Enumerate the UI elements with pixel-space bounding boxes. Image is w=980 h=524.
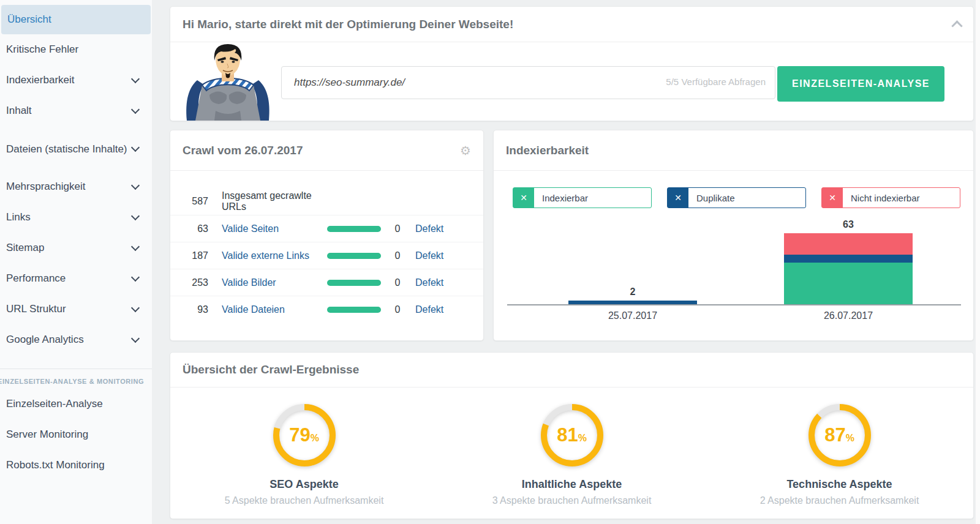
sidebar-item-links[interactable]: Links (0, 202, 152, 233)
sidebar-item-label: Robots.txt Monitoring (6, 459, 105, 471)
valide-dateien-link[interactable]: Valide Dateien (222, 304, 327, 315)
sidebar-item-label: Dateien (statische Inhalte) (6, 142, 127, 156)
crawl-results-card-title: Übersicht der Crawl-Ergebnisse (183, 363, 359, 376)
sidebar-item-robots-monitoring[interactable]: Robots.txt Monitoring (0, 450, 152, 481)
sidebar-item-label: Einzelseiten-Analyse (6, 398, 103, 410)
sidebar-item-uebersicht[interactable]: Übersicht (1, 5, 151, 34)
chevron-down-icon (131, 143, 140, 152)
bar-total-label: 63 (843, 219, 854, 230)
row-count: 93 (181, 304, 208, 315)
progress-bar (327, 280, 381, 286)
gauge-note: 5 Aspekte brauchen Aufmerksamkeit (225, 495, 384, 506)
progress-bar (327, 307, 381, 313)
gauge-percent: 87 (824, 424, 845, 446)
row-count: 253 (181, 277, 208, 288)
stacked-bar-chart: 2 63 25.07.2017 26.07.2017 (507, 209, 961, 305)
chevron-down-icon (131, 242, 140, 251)
sidebar-item-kritische-fehler[interactable]: Kritische Fehler (0, 34, 152, 65)
chevron-down-icon (131, 105, 140, 114)
defekt-link[interactable]: Defekt (415, 277, 443, 288)
x-axis-label: 26.07.2017 (784, 310, 913, 321)
sidebar-item-indexierbarkeit[interactable]: Indexierbarkeit (0, 65, 152, 95)
gauge-title: SEO Aspekte (270, 478, 338, 491)
sidebar-item-server-monitoring[interactable]: Server Monitoring (0, 419, 152, 450)
indexierbarkeit-card-title: Indexierbarkeit (506, 144, 589, 157)
sidebar-item-inhalt[interactable]: Inhalt (0, 95, 152, 126)
crawl-total-count: 587 (181, 196, 208, 207)
legend-label: Nicht indexierbar (843, 193, 920, 203)
greeting-card: Hi Mario, starte direkt mit der Optimier… (170, 6, 974, 121)
valide-externe-links-link[interactable]: Valide externe Links (222, 250, 327, 261)
superhero-mascot-image (179, 42, 277, 121)
bar-25-07: 2 (568, 286, 697, 304)
gauge-percent: 79 (289, 424, 310, 446)
bar-segment-indexierbar (784, 263, 913, 304)
table-row: 253 Valide Bilder 0 Defekt (170, 269, 483, 296)
sidebar-item-dateien[interactable]: Dateien (statische Inhalte) (0, 126, 152, 171)
percent-sign: % (578, 433, 587, 444)
gear-icon[interactable]: ⚙ (460, 144, 471, 157)
sidebar-item-label: Indexierbarkeit (6, 74, 75, 86)
technische-aspekte-gauge: 87 % Technische Aspekte 2 Aspekte brauch… (706, 401, 973, 506)
chevron-down-icon (131, 273, 140, 282)
legend-filter-indexierbar[interactable]: ✕ Indexierbar (513, 187, 652, 208)
crawl-results-card-header: Übersicht der Crawl-Ergebnisse (170, 353, 973, 387)
greeting-title: Hi Mario, starte direkt mit der Optimier… (183, 18, 513, 31)
sidebar-item-performance[interactable]: Performance (0, 263, 152, 294)
scrollbar[interactable] (976, 0, 980, 524)
x-axis-label: 25.07.2017 (568, 310, 697, 321)
chevron-down-icon (131, 304, 140, 312)
indexierbarkeit-card-header: Indexierbarkeit (494, 130, 973, 171)
chevron-down-icon (131, 181, 140, 190)
defekt-link[interactable]: Defekt (415, 304, 443, 315)
defect-count: 0 (388, 304, 407, 315)
defect-count: 0 (388, 250, 407, 261)
gauge-note: 3 Aspekte brauchen Aufmerksamkeit (492, 495, 652, 506)
x-icon: ✕ (513, 188, 534, 208)
sidebar-item-url-struktur[interactable]: URL Struktur (0, 294, 152, 324)
sidebar-item-label: Google Analytics (6, 334, 84, 346)
sidebar-item-label: Inhalt (6, 105, 32, 117)
inhaltliche-aspekte-gauge: 81 % Inhaltliche Aspekte 3 Aspekte brauc… (438, 401, 706, 506)
crawl-card: Crawl vom 26.07.2017 ⚙ 587 Insgesamt gec… (170, 130, 484, 341)
einzelseiten-analyse-button[interactable]: EINZELSEITEN-ANALYSE (777, 66, 944, 102)
crawl-card-header: Crawl vom 26.07.2017 ⚙ (170, 130, 483, 171)
sidebar-item-label: Kritische Fehler (6, 43, 78, 56)
legend-label: Duplikate (688, 193, 735, 203)
valide-bilder-link[interactable]: Valide Bilder (222, 277, 327, 288)
sidebar-item-label: Links (6, 211, 31, 223)
sidebar-item-einzelseiten-analyse[interactable]: Einzelseiten-Analyse (0, 389, 152, 419)
table-row: 63 Valide Seiten 0 Defekt (170, 215, 483, 242)
legend-label: Indexierbar (534, 193, 588, 203)
valide-seiten-link[interactable]: Valide Seiten (222, 223, 327, 234)
seo-aspekte-gauge: 79 % SEO Aspekte 5 Aspekte brauchen Aufm… (170, 401, 438, 506)
chevron-down-icon (131, 75, 140, 83)
sidebar-item-mehrsprachigkeit[interactable]: Mehrsprachigkeit (0, 171, 152, 202)
bar-segment-duplikate (784, 255, 913, 263)
chevron-down-icon (131, 334, 140, 343)
row-count: 187 (181, 250, 208, 261)
sidebar-item-label: Performance (6, 272, 66, 285)
legend-filter-duplikate[interactable]: ✕ Duplikate (667, 187, 806, 208)
sidebar-item-sitemap[interactable]: Sitemap (0, 233, 152, 263)
defekt-link[interactable]: Defekt (415, 250, 443, 261)
gauge-title: Inhaltliche Aspekte (522, 478, 622, 491)
percent-sign: % (311, 433, 319, 444)
seo-dashboard: Übersicht Kritische Fehler Indexierbarke… (0, 0, 980, 524)
collapse-chevron-up-icon[interactable] (951, 20, 962, 31)
legend-filter-nicht-indexierbar[interactable]: ✕ Nicht indexierbar (821, 187, 960, 208)
defect-count: 0 (388, 223, 407, 234)
crawl-card-title: Crawl vom 26.07.2017 (183, 144, 303, 157)
table-row: 93 Valide Dateien 0 Defekt (170, 296, 483, 323)
defect-count: 0 (388, 277, 407, 288)
chevron-down-icon (131, 212, 140, 220)
crawl-total-label: Insgesamt gecrawlte URLs (222, 190, 327, 212)
defekt-link[interactable]: Defekt (415, 223, 443, 234)
gauge-title: Technische Aspekte (786, 478, 892, 491)
sidebar-item-google-analytics[interactable]: Google Analytics (0, 324, 152, 355)
bar-26-07: 63 (784, 219, 913, 304)
sidebar-item-label: URL Struktur (6, 303, 66, 315)
url-input[interactable] (281, 66, 775, 99)
bar-total-label: 2 (630, 286, 636, 298)
row-count: 63 (181, 223, 208, 234)
